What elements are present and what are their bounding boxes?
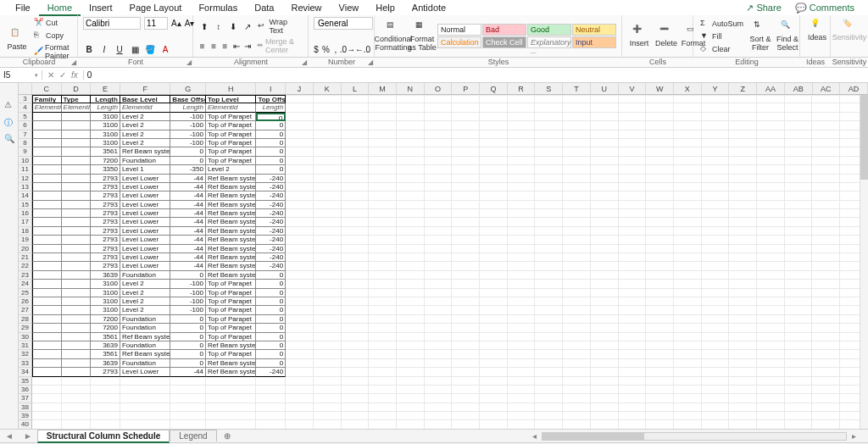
- cell[interactable]: [425, 113, 453, 121]
- cell[interactable]: [452, 245, 480, 253]
- cell[interactable]: [619, 350, 647, 358]
- col-header-C[interactable]: C: [32, 83, 62, 94]
- cell[interactable]: [369, 359, 397, 368]
- cell[interactable]: -44: [170, 262, 206, 270]
- cell[interactable]: [757, 359, 785, 368]
- col-header-Y[interactable]: Y: [702, 83, 730, 94]
- cell[interactable]: [563, 103, 591, 112]
- cell[interactable]: [674, 113, 702, 121]
- cell[interactable]: [342, 420, 370, 429]
- cell[interactable]: [563, 227, 591, 236]
- cell[interactable]: 0: [170, 147, 206, 156]
- row-header-29[interactable]: 29: [19, 324, 32, 332]
- cell[interactable]: [785, 280, 813, 288]
- cell[interactable]: 2793: [91, 218, 120, 226]
- cell[interactable]: Family: [32, 95, 62, 103]
- cell[interactable]: [480, 218, 508, 226]
- cell[interactable]: [32, 218, 62, 226]
- merge-center-button[interactable]: ⬌Merge & Center: [255, 36, 303, 55]
- cell[interactable]: [702, 306, 730, 314]
- cell[interactable]: [535, 359, 563, 368]
- cell[interactable]: [812, 297, 840, 306]
- cell[interactable]: [591, 209, 619, 218]
- cell[interactable]: [757, 297, 785, 306]
- cell[interactable]: [206, 386, 256, 394]
- cell[interactable]: [170, 386, 206, 394]
- cell[interactable]: 0: [256, 113, 286, 121]
- cell[interactable]: [563, 412, 591, 420]
- cell[interactable]: [812, 236, 840, 244]
- cell[interactable]: [646, 191, 674, 200]
- cell[interactable]: 0: [256, 165, 286, 174]
- cell[interactable]: [785, 333, 813, 341]
- cell[interactable]: 3350: [91, 165, 120, 174]
- cell[interactable]: -240: [256, 368, 286, 376]
- cell[interactable]: [452, 280, 480, 288]
- cell[interactable]: [397, 289, 425, 297]
- cell[interactable]: [785, 386, 813, 394]
- cell[interactable]: [342, 183, 370, 191]
- cell[interactable]: [674, 245, 702, 253]
- share-button[interactable]: ↗ Share: [739, 1, 787, 15]
- cell[interactable]: [535, 280, 563, 288]
- align-center-icon[interactable]: ≡: [209, 40, 217, 52]
- cell[interactable]: [480, 377, 508, 386]
- autosum-button[interactable]: ΣAutoSum: [698, 18, 745, 30]
- style-explanatory[interactable]: Explanatory ...: [527, 36, 571, 48]
- cell[interactable]: [646, 113, 674, 121]
- row-header-17[interactable]: 17: [19, 218, 32, 226]
- cell[interactable]: [729, 262, 757, 270]
- cell[interactable]: [619, 262, 647, 270]
- cell[interactable]: [32, 403, 62, 412]
- cell[interactable]: [314, 227, 342, 236]
- cell[interactable]: [785, 165, 813, 174]
- cell[interactable]: [591, 183, 619, 191]
- cell[interactable]: [591, 333, 619, 341]
- cell[interactable]: [480, 147, 508, 156]
- accept-formula-icon[interactable]: ✓: [59, 70, 66, 80]
- cell[interactable]: [674, 386, 702, 394]
- cell[interactable]: [702, 324, 730, 332]
- style-bad[interactable]: Bad: [482, 24, 526, 36]
- cell[interactable]: [91, 394, 120, 402]
- cell[interactable]: [62, 271, 92, 280]
- cell[interactable]: [397, 403, 425, 412]
- cell[interactable]: [286, 377, 314, 386]
- cell[interactable]: [508, 324, 536, 332]
- cell[interactable]: [120, 412, 170, 420]
- cell[interactable]: [256, 420, 286, 429]
- cell[interactable]: [120, 420, 170, 429]
- cell[interactable]: [425, 333, 453, 341]
- cell[interactable]: [563, 377, 591, 386]
- cell[interactable]: [757, 183, 785, 191]
- cell[interactable]: [369, 271, 397, 280]
- cell[interactable]: -240: [256, 209, 286, 218]
- cell[interactable]: Foundation: [120, 324, 170, 332]
- cell[interactable]: 3100: [91, 289, 120, 297]
- cell[interactable]: [646, 341, 674, 350]
- cell[interactable]: [563, 175, 591, 183]
- cell[interactable]: Top of Parapet: [206, 324, 256, 332]
- cell[interactable]: [425, 262, 453, 270]
- menu-page-layout[interactable]: Page Layout: [121, 1, 191, 14]
- cell[interactable]: 3639: [91, 341, 120, 350]
- cell[interactable]: [646, 412, 674, 420]
- underline-button[interactable]: U: [114, 43, 125, 55]
- cell[interactable]: [591, 394, 619, 402]
- cell[interactable]: [32, 341, 62, 350]
- cell[interactable]: [785, 262, 813, 270]
- cell[interactable]: [425, 165, 453, 174]
- cell[interactable]: [646, 209, 674, 218]
- cell[interactable]: [480, 113, 508, 121]
- cell[interactable]: [397, 386, 425, 394]
- cell[interactable]: [342, 191, 370, 200]
- cell[interactable]: [757, 280, 785, 288]
- cell[interactable]: [674, 420, 702, 429]
- cell[interactable]: [674, 218, 702, 226]
- cell[interactable]: [646, 103, 674, 112]
- cell[interactable]: [314, 386, 342, 394]
- cell[interactable]: -44: [170, 191, 206, 200]
- cell[interactable]: -100: [170, 289, 206, 297]
- cell[interactable]: Ref Beam system: [206, 236, 256, 244]
- cell[interactable]: [508, 315, 536, 324]
